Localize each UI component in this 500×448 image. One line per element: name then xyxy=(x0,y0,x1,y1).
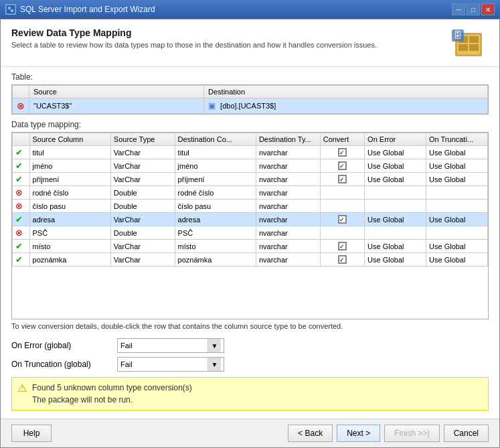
ok-icon: ✔ xyxy=(15,161,23,171)
convert-checkbox[interactable]: ✓ xyxy=(338,255,347,264)
mapping-cell: nvarchar xyxy=(256,173,320,186)
on-trunc-row: On Truncation (global) Fail ▼ xyxy=(11,357,489,372)
svg-rect-7 xyxy=(459,44,468,51)
header-text: Review Data Type Mapping Select a table … xyxy=(11,27,448,49)
convert-checkbox[interactable]: ✓ xyxy=(338,175,347,183)
col-header-source: Source xyxy=(29,86,204,98)
page-title: Review Data Type Mapping xyxy=(11,27,448,38)
convert-cell[interactable] xyxy=(320,226,364,240)
warning-line2: The package will not be run. xyxy=(32,395,133,404)
on-error-cell: Use Global xyxy=(365,213,426,226)
ok-icon: ✔ xyxy=(15,254,23,265)
source-dest-table: Source Destination ⊗ "UCAST3$" ▣ [dbo].[… xyxy=(12,85,488,114)
close-button[interactable]: ✕ xyxy=(481,3,495,15)
cancel-button[interactable]: Cancel xyxy=(444,425,489,442)
mapping-cell: titul xyxy=(29,146,110,159)
mapping-table-scroll[interactable]: Source Column Source Type Destination Co… xyxy=(12,133,488,319)
error-icon: ⊗ xyxy=(15,201,23,211)
on-trunc-cell xyxy=(426,226,488,240)
help-button[interactable]: Help xyxy=(11,425,52,442)
mapping-cell: Double xyxy=(110,200,175,213)
convert-cell[interactable]: ✓ xyxy=(320,240,364,253)
mapping-cell: příjmení xyxy=(175,173,256,186)
convert-checkbox[interactable]: ✓ xyxy=(338,215,347,224)
col-dest-col: Destination Co... xyxy=(175,133,256,146)
col-dest-type: Destination Ty... xyxy=(256,133,320,146)
content-area: Table: Source Destination ⊗ "UCAST3$" xyxy=(1,67,499,419)
title-bar-controls: ─ □ ✕ xyxy=(452,3,495,15)
convert-cell[interactable] xyxy=(320,200,364,213)
mapping-cell: adresa xyxy=(29,213,110,226)
back-button[interactable]: < Back xyxy=(288,425,333,442)
row-status-icon: ✔ xyxy=(13,146,30,159)
row-status-icon: ✔ xyxy=(13,173,30,186)
on-trunc-dropdown[interactable]: Fail ▼ xyxy=(117,357,224,372)
maximize-button[interactable]: □ xyxy=(467,3,480,15)
on-error-cell xyxy=(365,226,426,240)
convert-checkbox[interactable]: ✓ xyxy=(338,242,347,250)
next-button[interactable]: Next > xyxy=(337,425,380,442)
on-trunc-cell: Use Global xyxy=(426,253,488,267)
row-status-icon: ⊗ xyxy=(13,200,30,213)
warning-line1: Found 5 unknown column type conversion(s… xyxy=(32,383,192,392)
on-error-value: Fail xyxy=(120,342,133,350)
ok-icon: ✔ xyxy=(15,241,23,251)
on-trunc-cell: Use Global xyxy=(426,159,488,173)
mapping-cell: VarChar xyxy=(110,159,175,173)
convert-cell[interactable]: ✓ xyxy=(320,159,364,173)
on-error-dropdown[interactable]: Fail ▼ xyxy=(117,338,224,353)
on-error-cell: Use Global xyxy=(365,173,426,186)
col-on-trunc: On Truncati... xyxy=(426,133,488,146)
mapping-cell: číslo pasu xyxy=(175,200,256,213)
minimize-button[interactable]: ─ xyxy=(452,3,465,15)
svg-text:🗄: 🗄 xyxy=(454,31,462,40)
title-bar-left: SQL Server Import and Export Wizard xyxy=(5,4,155,15)
finish-button: Finish >>| xyxy=(384,425,439,442)
on-trunc-arrow[interactable]: ▼ xyxy=(207,358,221,371)
footer-left: Help xyxy=(11,425,52,442)
convert-checkbox[interactable]: ✓ xyxy=(338,161,347,170)
error-icon: ⊗ xyxy=(15,228,23,238)
mapping-cell: PSČ xyxy=(175,226,256,240)
header: Review Data Type Mapping Select a table … xyxy=(1,19,499,67)
on-trunc-value: Fail xyxy=(120,360,133,368)
mapping-cell: VarChar xyxy=(110,213,175,226)
convert-cell[interactable] xyxy=(320,186,364,200)
on-error-cell: Use Global xyxy=(365,146,426,159)
on-trunc-cell: Use Global xyxy=(426,213,488,226)
app-icon xyxy=(5,4,16,15)
on-error-arrow[interactable]: ▼ xyxy=(207,339,221,352)
ok-icon: ✔ xyxy=(15,214,23,224)
mapping-cell: číslo pasu xyxy=(29,200,110,213)
mapping-cell: poznámka xyxy=(175,253,256,267)
on-error-cell xyxy=(365,186,426,200)
mapping-cell: nvarchar xyxy=(256,200,320,213)
convert-cell[interactable]: ✓ xyxy=(320,146,364,159)
mapping-cell: nvarchar xyxy=(256,253,320,267)
header-icon: 🗄 xyxy=(448,27,489,61)
col-convert: Convert xyxy=(320,133,364,146)
col-status xyxy=(13,133,30,146)
on-error-row: On Error (global) Fail ▼ xyxy=(11,338,489,353)
col-on-error: On Error xyxy=(365,133,426,146)
convert-cell[interactable]: ✓ xyxy=(320,253,364,267)
mapping-cell: adresa xyxy=(175,213,256,226)
row-status-icon: ✔ xyxy=(13,159,30,173)
on-error-cell: Use Global xyxy=(365,240,426,253)
convert-checkbox[interactable]: ✓ xyxy=(338,148,347,157)
page-subtitle: Select a table to review how its data ty… xyxy=(11,41,448,49)
table-row[interactable]: ⊗ "UCAST3$" ▣ [dbo].[UCAST3$] xyxy=(13,98,488,114)
mapping-cell: VarChar xyxy=(110,173,175,186)
mapping-cell: jméno xyxy=(29,159,110,173)
row-status-icon: ✔ xyxy=(13,240,30,253)
convert-cell[interactable]: ✓ xyxy=(320,213,364,226)
on-error-label: On Error (global) xyxy=(11,341,112,350)
mapping-cell: titul xyxy=(175,146,256,159)
convert-cell[interactable]: ✓ xyxy=(320,173,364,186)
row-icon-cell: ⊗ xyxy=(13,98,29,114)
ok-icon: ✔ xyxy=(15,174,23,184)
on-trunc-cell: Use Global xyxy=(426,173,488,186)
on-trunc-cell: Use Global xyxy=(426,240,488,253)
window-title: SQL Server Import and Export Wizard xyxy=(20,5,155,14)
mapping-cell: nvarchar xyxy=(256,240,320,253)
